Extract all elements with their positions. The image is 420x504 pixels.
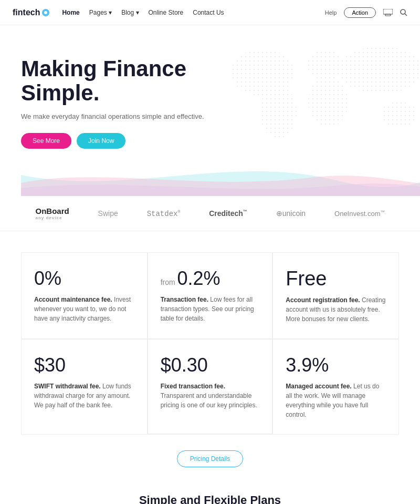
see-more-button[interactable]: See More bbox=[21, 133, 71, 149]
fees-section: 0% Account maintenance fee. Invest whene… bbox=[0, 231, 420, 483]
svg-point-0 bbox=[44, 11, 47, 14]
world-map bbox=[215, 30, 420, 157]
fee-value-4: $0.30 bbox=[161, 354, 260, 376]
search-icon[interactable] bbox=[400, 9, 407, 16]
svg-point-7 bbox=[260, 86, 297, 138]
svg-line-4 bbox=[405, 14, 407, 16]
brand-name: fintech bbox=[13, 8, 40, 17]
plans-title: Simple and Flexible Plans bbox=[21, 493, 399, 504]
svg-point-10 bbox=[339, 46, 420, 94]
pricing-details-button[interactable]: Pricing Details bbox=[177, 450, 244, 467]
brand-creditech: Creditech™ bbox=[209, 209, 247, 218]
fee-label-1: Transaction fee. Low fees for all transa… bbox=[161, 295, 260, 323]
fee-card-2: Free Account registration fee. Creating … bbox=[273, 253, 398, 338]
fee-value-1: from 0.2% bbox=[161, 268, 260, 290]
nav-right: Help Action bbox=[325, 7, 407, 18]
fee-value-5: 3.9% bbox=[286, 354, 386, 376]
action-button[interactable]: Action bbox=[344, 7, 376, 18]
svg-point-11 bbox=[381, 101, 417, 128]
nav-blog[interactable]: Blog ▾ bbox=[121, 9, 139, 16]
nav-contact[interactable]: Contact Us bbox=[193, 9, 224, 16]
brand-swipe: Swipe bbox=[98, 209, 118, 218]
fee-label-4: Fixed transaction fee. Transparent and u… bbox=[161, 382, 260, 410]
hero-section: Making Finance Simple. We make everyday … bbox=[0, 25, 420, 196]
pricing-btn-wrap: Pricing Details bbox=[21, 435, 399, 472]
svg-rect-1 bbox=[383, 9, 393, 14]
fee-label-3: SWIFT withdrawal fee. Low funds withdraw… bbox=[34, 382, 134, 410]
brand-onboard: OnBoard any device bbox=[35, 207, 69, 220]
brand-statdex: Statdex® bbox=[147, 209, 181, 218]
fee-label-2: Account registration fee. Creating accou… bbox=[286, 295, 386, 324]
brand-logo[interactable]: fintech bbox=[13, 8, 49, 17]
hero-buttons: See More Join Now bbox=[21, 133, 242, 149]
hero-waves bbox=[21, 154, 399, 196]
join-now-button[interactable]: Join Now bbox=[77, 133, 125, 149]
nav-home[interactable]: Home bbox=[62, 9, 79, 16]
hero-text: Making Finance Simple. We make everyday … bbox=[21, 57, 242, 149]
fee-value-2: Free bbox=[286, 268, 386, 290]
brand-unicoin: ⊕unicoin bbox=[276, 209, 306, 218]
fee-label-0: Account maintenance fee. Invest whenever… bbox=[34, 295, 134, 323]
help-link[interactable]: Help bbox=[325, 9, 337, 16]
hero-subtitle: We make everyday financial operations si… bbox=[21, 112, 242, 120]
fee-card-1: from 0.2% Transaction fee. Low fees for … bbox=[148, 253, 273, 338]
brands-bar: OnBoard any device Swipe Statdex® Credit… bbox=[0, 196, 420, 231]
nav-online-store[interactable]: Online Store bbox=[149, 9, 184, 16]
fees-grid: 0% Account maintenance fee. Invest whene… bbox=[21, 252, 399, 435]
brand-badge-icon bbox=[42, 9, 49, 16]
hero-title: Making Finance Simple. bbox=[21, 57, 242, 105]
navbar: fintech Home Pages ▾ Blog ▾ Online Store… bbox=[0, 0, 420, 25]
cart-icon[interactable] bbox=[383, 9, 393, 16]
fee-value-0: 0% bbox=[34, 268, 134, 290]
nav-links: Home Pages ▾ Blog ▾ Online Store Contact… bbox=[62, 9, 224, 16]
svg-rect-2 bbox=[385, 14, 391, 16]
fee-card-0: 0% Account maintenance fee. Invest whene… bbox=[22, 253, 147, 338]
svg-point-3 bbox=[401, 9, 405, 14]
fee-card-4: $0.30 Fixed transaction fee. Transparent… bbox=[148, 339, 273, 434]
fee-value-3: $30 bbox=[34, 354, 134, 376]
brand-oneinvest: OneInvest.com™ bbox=[334, 210, 384, 218]
plans-header: Simple and Flexible Plans Our plans are … bbox=[0, 483, 420, 504]
fee-card-3: $30 SWIFT withdrawal fee. Low funds with… bbox=[22, 339, 147, 434]
fee-label-5: Managed account fee. Let us do all the w… bbox=[286, 382, 386, 419]
svg-point-9 bbox=[308, 75, 348, 128]
nav-pages[interactable]: Pages ▾ bbox=[89, 9, 112, 16]
fee-card-5: 3.9% Managed account fee. Let us do all … bbox=[273, 339, 398, 434]
